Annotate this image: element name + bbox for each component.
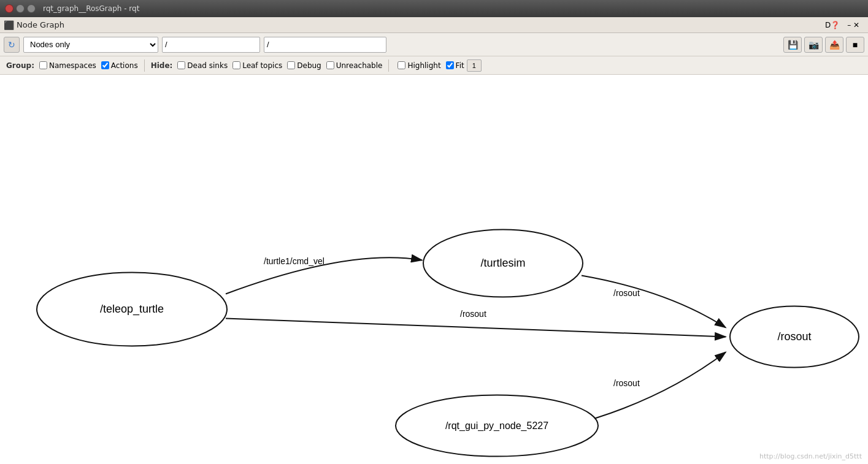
minimize-window-button[interactable] bbox=[16, 4, 25, 13]
toolbar: ↻ Nodes only Nodes/Topics (all) Nodes/To… bbox=[0, 33, 868, 56]
options-bar: Group: Namespaces Actions Hide: Dead sin… bbox=[0, 56, 868, 75]
graph-area[interactable]: /turtle1/cmd_vel /rosout /rosout /rosout… bbox=[0, 75, 868, 464]
screenshot-icon: 📷 bbox=[808, 40, 819, 50]
save-button[interactable]: 💾 bbox=[783, 37, 802, 53]
namespaces-label: Namespaces bbox=[49, 61, 96, 70]
group-label: Group: bbox=[6, 61, 34, 70]
fit-label: Fit bbox=[456, 61, 464, 70]
help-menu-item[interactable]: D❓ bbox=[825, 21, 840, 29]
filter2-input[interactable] bbox=[264, 37, 386, 53]
fit-number-button[interactable]: 1 bbox=[467, 59, 482, 72]
debug-label: Debug bbox=[297, 61, 321, 70]
node-label-turtlesim: /turtlesim bbox=[480, 257, 525, 269]
highlight-checkbox-item: Highlight bbox=[398, 61, 440, 70]
leaf-topics-label: Leaf topics bbox=[242, 61, 282, 70]
window-menu-item[interactable]: – ✕ bbox=[847, 21, 859, 29]
close-button[interactable]: ■ bbox=[846, 37, 864, 53]
node-label-teleop-turtle: /teleop_turtle bbox=[100, 303, 164, 316]
edge-label-teleop-rosout: /rosout bbox=[460, 309, 486, 319]
actions-checkbox[interactable] bbox=[101, 61, 109, 69]
refresh-button[interactable]: ↻ bbox=[4, 37, 20, 53]
actions-label: Actions bbox=[111, 61, 138, 70]
namespaces-checkbox-item: Namespaces bbox=[39, 61, 96, 70]
save-icon: 💾 bbox=[788, 40, 798, 50]
menu-bar: ⬛ Node Graph D❓ – ✕ bbox=[0, 17, 868, 33]
debug-checkbox-item: Debug bbox=[287, 61, 321, 70]
maximize-window-button[interactable] bbox=[27, 4, 36, 13]
node-label-rqt-gui: /rqt_gui_py_node_5227 bbox=[445, 420, 548, 432]
title-bar: rqt_graph__RosGraph - rqt bbox=[0, 0, 868, 17]
dead-sinks-checkbox[interactable] bbox=[177, 61, 185, 69]
node-label-rosout: /rosout bbox=[777, 330, 811, 343]
graph-type-dropdown[interactable]: Nodes only Nodes/Topics (all) Nodes/Topi… bbox=[23, 37, 158, 53]
fit-checkbox[interactable] bbox=[446, 61, 454, 69]
refresh-icon: ↻ bbox=[8, 40, 15, 50]
watermark: http://blog.csdn.net/jixin_d5ttt bbox=[759, 452, 862, 460]
highlight-label: Highlight bbox=[407, 61, 440, 70]
screenshot-button[interactable]: 📷 bbox=[804, 37, 823, 53]
unreachable-checkbox[interactable] bbox=[326, 61, 334, 69]
namespaces-checkbox[interactable] bbox=[39, 61, 47, 69]
close-window-button[interactable] bbox=[5, 4, 13, 13]
debug-checkbox[interactable] bbox=[287, 61, 295, 69]
hide-label: Hide: bbox=[151, 61, 173, 70]
dead-sinks-checkbox-item: Dead sinks bbox=[177, 61, 228, 70]
leaf-topics-checkbox-item: Leaf topics bbox=[232, 61, 282, 70]
filter1-input[interactable] bbox=[162, 37, 260, 53]
unreachable-label: Unreachable bbox=[336, 61, 383, 70]
separator2 bbox=[388, 59, 389, 72]
edge-label-rqt-rosout: /rosout bbox=[613, 378, 640, 388]
separator1 bbox=[144, 59, 145, 72]
actions-checkbox-item: Actions bbox=[101, 61, 138, 70]
edge-turtlesim-rosout bbox=[582, 276, 726, 328]
leaf-topics-checkbox[interactable] bbox=[232, 61, 240, 69]
menu-icon: ⬛ bbox=[4, 20, 14, 30]
export-button[interactable]: 📤 bbox=[825, 37, 843, 53]
toolbar-right-buttons: 💾 📷 📤 ■ bbox=[783, 37, 864, 53]
highlight-checkbox[interactable] bbox=[398, 61, 405, 69]
menu-title: Node Graph bbox=[17, 20, 64, 29]
close-icon: ■ bbox=[853, 40, 858, 50]
graph-svg: /turtle1/cmd_vel /rosout /rosout /rosout… bbox=[0, 75, 868, 464]
unreachable-checkbox-item: Unreachable bbox=[326, 61, 383, 70]
edge-teleop-rosout bbox=[226, 319, 726, 337]
edge-label-turtlesim-rosout: /rosout bbox=[613, 288, 640, 298]
edge-label-cmd-vel: /turtle1/cmd_vel bbox=[264, 256, 325, 266]
fit-checkbox-item: Fit bbox=[446, 61, 464, 70]
window-controls[interactable] bbox=[5, 4, 36, 13]
window-title: rqt_graph__RosGraph - rqt bbox=[43, 4, 139, 13]
dead-sinks-label: Dead sinks bbox=[187, 61, 228, 70]
export-icon: 📤 bbox=[829, 40, 840, 50]
